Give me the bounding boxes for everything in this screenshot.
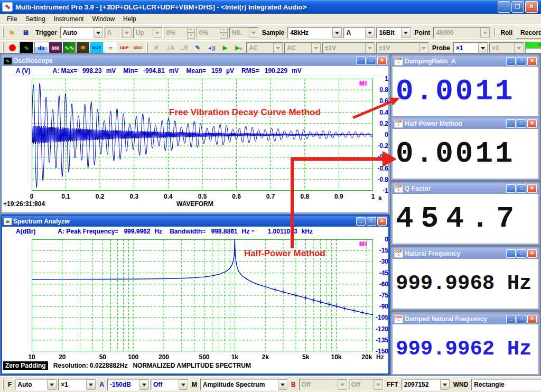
menu-file[interactable]: File — [3, 14, 21, 24]
frequency-range-select[interactable]: Auto — [15, 379, 57, 390]
record-length-select: 48000 — [433, 27, 490, 39]
oscilloscope-window-icon: ∿ — [4, 58, 12, 64]
signal-generator-icon[interactable]: ∿∿ — [63, 42, 76, 54]
resolution-label: Resolution: 0.0228882Hz — [53, 362, 128, 369]
spectrum-analyzer-icon[interactable]: ıllı — [34, 42, 48, 54]
sampling-channel-select[interactable]: A — [343, 27, 375, 39]
x-multiplier-select[interactable]: ×1 — [58, 379, 96, 390]
window-function-select[interactable]: Rectangle — [471, 379, 541, 390]
oscilloscope-plot[interactable]: 10.80.60.40.20-0.2-0.4-0.6-0.8-1 00.10.2… — [2, 76, 388, 214]
minimize-button[interactable]: _ — [498, 1, 510, 13]
menu-setting[interactable]: Setting — [22, 14, 49, 24]
ddc-icon[interactable]: DDC — [132, 42, 144, 54]
menu-window[interactable]: Window — [88, 14, 118, 24]
minimize-button[interactable]: _ — [356, 57, 366, 65]
chevron-down-icon[interactable] — [478, 43, 488, 53]
chevron-down-icon[interactable] — [440, 379, 450, 390]
maximize-button[interactable]: □ — [367, 217, 376, 226]
chevron-down-icon[interactable] — [278, 379, 287, 390]
close-button[interactable]: ✕ — [525, 1, 538, 13]
toolbar-main: 📂︎ 💾︎ Trigger Auto A Up 0%▲▼ 0%▲▼ NIL Sa… — [0, 25, 541, 40]
ddp-titlebar[interactable]: DDP⌕ Half-Power Method _□✕ — [393, 118, 538, 129]
probe-calibration-icon[interactable]: ✎ — [191, 42, 204, 54]
x-unit-label: Hz — [376, 353, 384, 361]
minimize-button[interactable]: _ — [506, 315, 516, 323]
fft-points-select[interactable]: 2097152 — [402, 379, 450, 390]
roll-label: Roll — [498, 29, 515, 36]
maximize-button[interactable]: □ — [517, 57, 526, 66]
minimize-button[interactable]: _ — [506, 249, 516, 258]
ddp-titlebar[interactable]: DDP⌕ Damped Natural Frequency _□✕ — [393, 314, 538, 324]
ddp-title: Damped Natural Frequency — [405, 315, 487, 323]
chevron-down-icon[interactable] — [86, 379, 96, 390]
maximize-button[interactable]: □ — [517, 119, 526, 128]
trigger-mode-select[interactable]: Auto — [60, 27, 104, 39]
ddp-titlebar[interactable]: DDP⌕ Q Factor _□✕ — [393, 183, 538, 194]
minimize-button[interactable]: _ — [506, 184, 516, 193]
data-logger-icon[interactable]: ≈ — [104, 42, 117, 54]
zero-padding-badge: Zero Padding — [3, 361, 48, 370]
oscilloscope-titlebar[interactable]: ∿ Oscilloscope _ □ ✕ — [2, 55, 388, 66]
close-button[interactable]: ✕ — [527, 315, 537, 323]
ddp-title: DampingRatio_A — [405, 58, 456, 65]
sampling-rate-select[interactable]: 48kHz — [287, 27, 342, 39]
a-compare-select[interactable]: Off — [151, 379, 189, 390]
save-icon[interactable]: 💾︎ — [20, 27, 32, 39]
point-label: Point — [412, 29, 432, 36]
coupling-b-select[interactable]: AC — [284, 42, 321, 54]
oscilloscope-icon[interactable]: ∿ — [20, 42, 33, 54]
spectrum-plot[interactable]: 0-15-30-45-60-75-90-105-120-135-150 1020… — [2, 236, 388, 375]
maximize-button[interactable]: □ — [517, 184, 526, 193]
m-label: M — [190, 381, 199, 388]
minimize-button[interactable]: _ — [356, 217, 366, 226]
chevron-down-icon[interactable] — [332, 27, 342, 38]
roll-checkbox[interactable] — [495, 29, 496, 36]
coupling-a-select[interactable]: AC — [246, 42, 283, 54]
maximize-button[interactable]: □ — [517, 315, 526, 323]
play-icon[interactable]: ▶ — [219, 42, 231, 54]
minimize-button[interactable]: _ — [506, 57, 516, 66]
spectrum-3d-plot-icon[interactable]: ≋ — [77, 42, 89, 54]
mdi-workspace: ∿ Oscilloscope _ □ ✕ A (V) A: Max=998.23… — [0, 53, 541, 376]
damping-ratio-value: 0.0011 — [393, 67, 538, 116]
a-range-select[interactable]: -150dB — [107, 379, 150, 390]
open-file-icon[interactable]: 📂︎ — [6, 27, 18, 39]
probe-a-select[interactable]: ×1 — [453, 42, 488, 54]
damped-natural-frequency-value: 999.9962 Hz — [393, 324, 538, 374]
chevron-down-icon[interactable] — [139, 379, 149, 390]
chevron-down-icon[interactable] — [47, 379, 57, 390]
trigger-delay-spinner: 0%▲▼ — [197, 27, 228, 39]
chevron-down-icon[interactable] — [94, 27, 103, 38]
record-icon[interactable] — [6, 42, 18, 54]
close-button[interactable]: ✕ — [527, 249, 537, 258]
chevron-down-icon[interactable] — [401, 27, 411, 38]
chevron-down-icon[interactable] — [179, 379, 188, 390]
speaker-icon[interactable]: ◄)) — [205, 42, 218, 54]
maximize-button[interactable]: □ — [367, 57, 376, 65]
menu-instrument[interactable]: Instrument — [50, 14, 88, 24]
b-label: B — [289, 381, 298, 388]
spectrum-type-label: NORMALIZED AMPLITUDE SPECTRUM — [133, 362, 251, 369]
bit-depth-select[interactable]: 16Bit — [376, 27, 411, 39]
display-mode-select[interactable]: Amplitude Spectrum — [200, 379, 288, 390]
maximize-button[interactable]: □ — [517, 249, 526, 258]
minimize-button[interactable]: _ — [506, 119, 516, 128]
ddp-viewer-icon[interactable]: DDP — [118, 42, 130, 54]
close-button[interactable]: ✕ — [527, 119, 537, 128]
record-button[interactable]: Record — [516, 26, 541, 39]
multimeter-icon[interactable]: 888 — [49, 42, 62, 54]
chevron-down-icon[interactable] — [365, 27, 375, 38]
device-test-plan-icon[interactable]: DUT — [90, 42, 103, 54]
close-button[interactable]: ✕ — [527, 184, 537, 193]
spectrum-titlebar[interactable]: ılı Spectrum Analyzer _ □ ✕ — [2, 216, 388, 227]
close-button[interactable]: ✕ — [527, 57, 537, 66]
close-button[interactable]: ✕ — [377, 57, 387, 65]
waveform-chart — [32, 79, 373, 191]
ddp-titlebar[interactable]: DDP⌕ DampingRatio_A _□✕ — [393, 56, 538, 67]
restore-button[interactable]: ❐ — [511, 1, 524, 13]
play-loop-icon[interactable]: ▶₀ — [232, 42, 245, 54]
menu-help[interactable]: Help — [119, 14, 140, 24]
ddp-titlebar[interactable]: DDP⌕ Natural Frequency _□✕ — [393, 248, 538, 259]
calibrate-a-icon: ⊥A — [164, 42, 176, 54]
close-button[interactable]: ✕ — [377, 217, 387, 226]
